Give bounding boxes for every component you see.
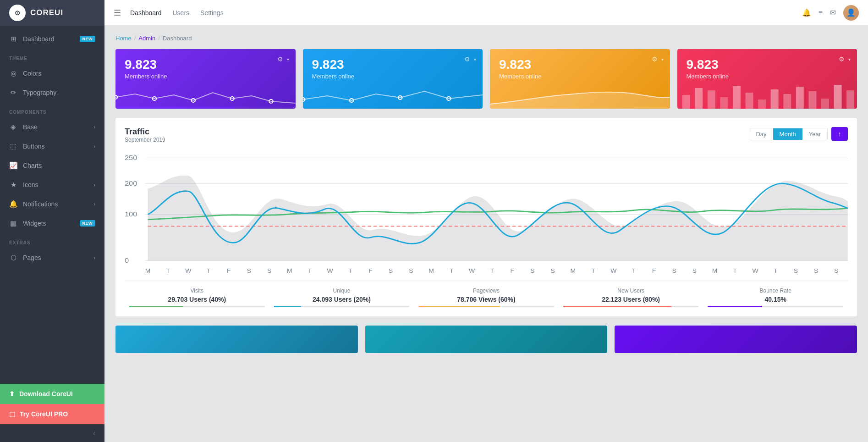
- header-nav-dashboard[interactable]: Dashboard: [130, 7, 162, 18]
- stat-card-blue: ⚙ ▾ 9.823 Members online: [303, 49, 483, 109]
- svg-text:T: T: [774, 268, 777, 274]
- traffic-header: Traffic September 2019 Day Month Year ↑: [125, 127, 848, 143]
- svg-rect-14: [745, 93, 753, 109]
- svg-text:S: S: [530, 268, 535, 274]
- svg-rect-10: [695, 88, 703, 109]
- sidebar-item-icons[interactable]: ★ Icons ›: [0, 175, 104, 194]
- base-icon: ◈: [9, 123, 17, 131]
- sidebar-item-typography[interactable]: ✏ Typography: [0, 83, 104, 102]
- dashboard-badge: NEW: [80, 36, 96, 42]
- list-icon[interactable]: ≡: [819, 9, 823, 17]
- svg-text:S: S: [551, 268, 555, 274]
- day-button[interactable]: Day: [749, 128, 773, 140]
- traffic-title-group: Traffic September 2019: [125, 127, 165, 143]
- svg-rect-13: [732, 86, 740, 109]
- avatar[interactable]: 👤: [843, 5, 859, 21]
- stat-card-yellow-arrow[interactable]: ▾: [661, 57, 664, 62]
- stat-card-yellow-gear[interactable]: ⚙: [652, 55, 658, 63]
- try-pro-button[interactable]: ⬚ Try CoreUI PRO: [0, 404, 104, 424]
- dashboard-icon: ⊞: [9, 35, 17, 43]
- stat-cards: ⚙ ▾ 9.823 Members online: [115, 49, 857, 109]
- stat-card-red-arrow[interactable]: ▾: [848, 57, 851, 62]
- sidebar-item-label: Icons: [23, 181, 38, 188]
- svg-text:100: 100: [125, 210, 137, 218]
- sidebar-item-widgets[interactable]: ▦ Widgets NEW: [0, 214, 104, 233]
- page-content: Home / Admin / Dashboard ⚙ ▾ 9.823 Membe…: [104, 26, 868, 442]
- main-content: ☰ Dashboard Users Settings 🔔 ≡ ✉ 👤 Home …: [104, 0, 868, 442]
- sidebar-item-pages[interactable]: ⬡ Pages ›: [0, 248, 104, 267]
- svg-text:T: T: [450, 268, 453, 274]
- sidebar-bottom: ⬆ Download CoreUI ⬚ Try CoreUI PRO ‹: [0, 384, 104, 442]
- header-nav-settings[interactable]: Settings: [200, 7, 224, 18]
- stats-bounce-rate: Bounce Rate 40.15%: [703, 287, 848, 307]
- breadcrumb-sep-1: /: [134, 35, 136, 42]
- new-users-progress-fill: [563, 306, 671, 307]
- brand-name: COREUI: [30, 8, 63, 17]
- unique-progress-fill: [274, 306, 301, 307]
- breadcrumb-admin[interactable]: Admin: [138, 35, 155, 42]
- stat-card-purple-arrow[interactable]: ▾: [287, 57, 289, 62]
- sidebar-item-charts[interactable]: 📈 Charts: [0, 156, 104, 175]
- month-button[interactable]: Month: [773, 128, 802, 140]
- svg-rect-21: [834, 85, 841, 109]
- pages-arrow: ›: [93, 255, 95, 260]
- svg-text:W: W: [327, 268, 334, 274]
- breadcrumb: Home / Admin / Dashboard: [115, 35, 857, 42]
- bottom-card-3: [615, 326, 857, 353]
- sidebar-item-colors[interactable]: ◎ Colors: [0, 64, 104, 83]
- svg-rect-18: [796, 87, 803, 109]
- svg-text:W: W: [185, 268, 192, 274]
- svg-text:M: M: [712, 268, 718, 274]
- pageviews-progress-fill: [418, 306, 500, 307]
- svg-text:S: S: [267, 268, 272, 274]
- stat-card-purple-gear[interactable]: ⚙: [277, 55, 283, 63]
- unique-progress-bg: [274, 306, 410, 307]
- icons-arrow: ›: [93, 182, 95, 188]
- theme-section-label: THEME: [0, 49, 104, 64]
- base-arrow: ›: [93, 124, 95, 130]
- svg-rect-12: [720, 97, 728, 109]
- download-coreui-button[interactable]: ⬆ Download CoreUI: [0, 384, 104, 404]
- stat-card-red-gear[interactable]: ⚙: [839, 55, 845, 63]
- buttons-arrow: ›: [93, 144, 95, 149]
- bounce-rate-progress-fill: [708, 306, 762, 307]
- svg-text:T: T: [207, 268, 210, 274]
- stat-card-blue-arrow[interactable]: ▾: [474, 57, 476, 62]
- sidebar-item-base[interactable]: ◈ Base ›: [0, 117, 104, 137]
- svg-text:T: T: [348, 268, 352, 274]
- sidebar-item-buttons[interactable]: ⬚ Buttons ›: [0, 137, 104, 156]
- sidebar-item-dashboard[interactable]: ⊞ Dashboard NEW: [0, 29, 104, 49]
- header-nav-users[interactable]: Users: [173, 7, 190, 18]
- mail-icon[interactable]: ✉: [830, 8, 836, 17]
- sidebar-item-label: Notifications: [23, 200, 58, 208]
- sidebar-nav: ⊞ Dashboard NEW THEME ◎ Colors ✏ Typogra…: [0, 26, 104, 384]
- year-button[interactable]: Year: [802, 128, 827, 140]
- upload-button[interactable]: ↑: [831, 127, 848, 141]
- svg-text:T: T: [591, 268, 595, 274]
- visits-value: 29.703 Users (40%): [129, 296, 265, 303]
- sidebar-collapse-button[interactable]: ‹: [0, 424, 104, 442]
- svg-text:S: S: [409, 268, 413, 274]
- pageviews-progress-bg: [418, 306, 554, 307]
- svg-text:S: S: [692, 268, 697, 274]
- bottom-cards: [115, 326, 857, 353]
- pageviews-value: 78.706 Views (60%): [418, 296, 554, 303]
- bottom-card-1: [115, 326, 358, 353]
- svg-text:F: F: [227, 268, 231, 274]
- menu-toggle-button[interactable]: ☰: [114, 8, 121, 18]
- sidebar-item-notifications[interactable]: 🔔 Notifications ›: [0, 194, 104, 214]
- svg-text:S: S: [672, 268, 677, 274]
- sidebar-item-label: Typography: [23, 89, 56, 96]
- sidebar-brand[interactable]: ⊙ COREUI: [0, 0, 104, 26]
- stat-card-blue-gear[interactable]: ⚙: [464, 55, 470, 63]
- traffic-controls: Day Month Year ↑: [749, 127, 848, 141]
- svg-text:M: M: [571, 268, 576, 274]
- traffic-chart: 250 200 100 0 M T W T: [125, 148, 848, 276]
- charts-icon: 📈: [9, 161, 17, 170]
- breadcrumb-home[interactable]: Home: [115, 35, 132, 42]
- svg-rect-22: [846, 90, 854, 109]
- sidebar-item-label: Dashboard: [23, 35, 55, 43]
- bounce-rate-label: Bounce Rate: [708, 287, 843, 294]
- svg-text:M: M: [287, 268, 292, 274]
- bell-icon[interactable]: 🔔: [802, 8, 811, 17]
